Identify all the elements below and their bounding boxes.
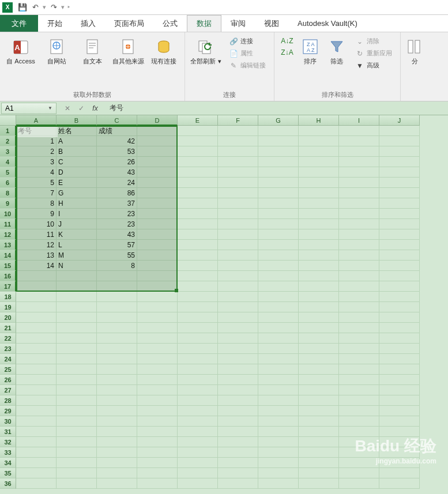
cell-D22[interactable]: [137, 333, 178, 344]
cell-D9[interactable]: [137, 198, 178, 209]
cell-E12[interactable]: [178, 229, 218, 240]
cell-J28[interactable]: [379, 395, 420, 406]
cell-D23[interactable]: [137, 344, 178, 354]
cell-H22[interactable]: [299, 333, 339, 344]
cell-H3[interactable]: [299, 146, 339, 157]
row-header-36[interactable]: 36: [0, 478, 16, 489]
tab-file[interactable]: 文件: [0, 15, 38, 32]
row-header-9[interactable]: 9: [0, 198, 16, 209]
cell-E10[interactable]: [178, 209, 218, 219]
cell-I14[interactable]: [339, 250, 379, 261]
cell-D25[interactable]: [137, 364, 178, 375]
row-header-34[interactable]: 34: [0, 458, 16, 468]
cell-I12[interactable]: [339, 229, 379, 240]
cell-I19[interactable]: [339, 302, 379, 312]
cell-H20[interactable]: [299, 312, 339, 323]
cell-E15[interactable]: [178, 261, 218, 271]
cell-C17[interactable]: [97, 281, 137, 292]
qat-undo-button[interactable]: ↶: [29, 1, 42, 14]
cell-D21[interactable]: [137, 323, 178, 333]
row-header-30[interactable]: 30: [0, 416, 16, 427]
cell-G10[interactable]: [258, 209, 299, 219]
enter-formula-button[interactable]: ✓: [76, 104, 86, 112]
cell-F2[interactable]: [218, 136, 258, 146]
cell-B36[interactable]: [57, 478, 97, 489]
cell-G8[interactable]: [258, 188, 299, 198]
properties-button[interactable]: 📄属性: [227, 48, 268, 59]
cell-D17[interactable]: [137, 281, 178, 292]
cell-H21[interactable]: [299, 323, 339, 333]
cell-D18[interactable]: [137, 292, 178, 302]
cell-E13[interactable]: [178, 240, 218, 250]
cell-F6[interactable]: [218, 178, 258, 188]
cell-G4[interactable]: [258, 157, 299, 167]
cell-G34[interactable]: [258, 458, 299, 468]
cell-B19[interactable]: [57, 302, 97, 312]
cell-J14[interactable]: [379, 250, 420, 261]
cell-I22[interactable]: [339, 333, 379, 344]
from-other-sources-button[interactable]: 自其他来源: [111, 35, 145, 67]
cell-E27[interactable]: [178, 385, 218, 395]
cell-F34[interactable]: [218, 458, 258, 468]
cell-A20[interactable]: [16, 312, 57, 323]
cell-D15[interactable]: [137, 261, 178, 271]
cell-H33[interactable]: [299, 447, 339, 458]
cell-C33[interactable]: [97, 447, 137, 458]
cell-J15[interactable]: [379, 261, 420, 271]
cell-E1[interactable]: [178, 126, 218, 136]
cell-A11[interactable]: 10: [16, 219, 57, 229]
cell-E29[interactable]: [178, 406, 218, 416]
cell-C13[interactable]: 57: [97, 240, 137, 250]
column-header-C[interactable]: C: [97, 115, 137, 126]
cell-G5[interactable]: [258, 167, 299, 178]
cell-H8[interactable]: [299, 188, 339, 198]
row-header-10[interactable]: 10: [0, 209, 16, 219]
cell-A1[interactable]: 考号: [16, 126, 57, 136]
cell-J20[interactable]: [379, 312, 420, 323]
tab-review[interactable]: 审阅: [221, 15, 255, 32]
cell-I25[interactable]: [339, 364, 379, 375]
cell-C19[interactable]: [97, 302, 137, 312]
cell-B33[interactable]: [57, 447, 97, 458]
column-header-D[interactable]: D: [137, 115, 178, 126]
cell-J16[interactable]: [379, 271, 420, 281]
cell-C30[interactable]: [97, 416, 137, 427]
cell-C10[interactable]: 23: [97, 209, 137, 219]
row-header-20[interactable]: 20: [0, 312, 16, 323]
cancel-formula-button[interactable]: ✕: [62, 104, 73, 112]
cell-F19[interactable]: [218, 302, 258, 312]
cell-F25[interactable]: [218, 364, 258, 375]
cell-D19[interactable]: [137, 302, 178, 312]
cell-G26[interactable]: [258, 375, 299, 385]
cell-A2[interactable]: 1: [16, 136, 57, 146]
cell-A4[interactable]: 3: [16, 157, 57, 167]
cell-F10[interactable]: [218, 209, 258, 219]
cell-A5[interactable]: 4: [16, 167, 57, 178]
cell-E9[interactable]: [178, 198, 218, 209]
cell-G29[interactable]: [258, 406, 299, 416]
cell-F20[interactable]: [218, 312, 258, 323]
existing-connections-button[interactable]: 现有连接: [146, 35, 181, 67]
row-header-11[interactable]: 11: [0, 219, 16, 229]
row-header-14[interactable]: 14: [0, 250, 16, 261]
cell-F28[interactable]: [218, 395, 258, 406]
name-box[interactable]: A1▼: [1, 103, 57, 114]
row-header-23[interactable]: 23: [0, 344, 16, 354]
column-header-B[interactable]: B: [57, 115, 97, 126]
row-header-28[interactable]: 28: [0, 395, 16, 406]
cell-F9[interactable]: [218, 198, 258, 209]
cell-G17[interactable]: [258, 281, 299, 292]
cell-C31[interactable]: [97, 427, 137, 437]
cell-C26[interactable]: [97, 375, 137, 385]
cell-I23[interactable]: [339, 344, 379, 354]
cell-H17[interactable]: [299, 281, 339, 292]
cell-D5[interactable]: [137, 167, 178, 178]
cell-H6[interactable]: [299, 178, 339, 188]
cell-J1[interactable]: [379, 126, 420, 136]
tab-pagelayout[interactable]: 页面布局: [105, 15, 153, 32]
tab-home[interactable]: 开始: [38, 15, 71, 32]
cell-G19[interactable]: [258, 302, 299, 312]
column-header-I[interactable]: I: [339, 115, 379, 126]
cell-G23[interactable]: [258, 344, 299, 354]
cell-E25[interactable]: [178, 364, 218, 375]
